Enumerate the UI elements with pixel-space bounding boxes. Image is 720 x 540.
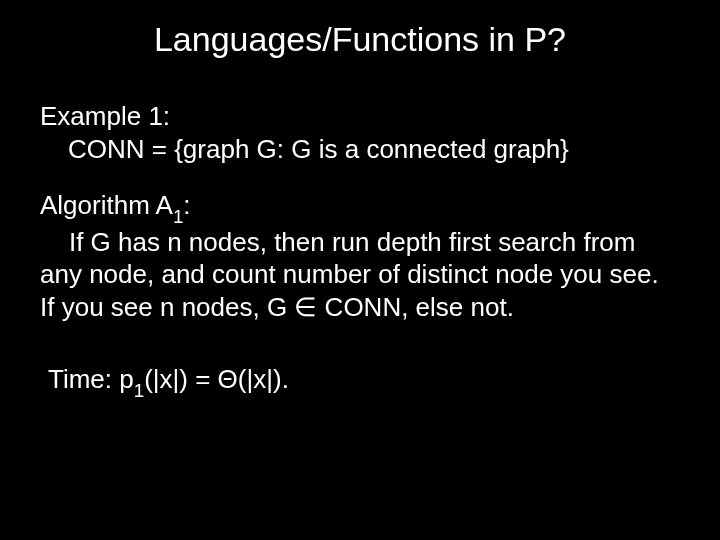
example-definition: CONN = {graph G: G is a connected graph}	[40, 133, 680, 166]
example-block: Example 1: CONN = {graph G: G is a conne…	[40, 100, 680, 165]
slide: Languages/Functions in P? Example 1: CON…	[0, 0, 720, 540]
algorithm-heading-sub: 1	[173, 206, 183, 227]
time-sub: 1	[134, 380, 144, 401]
algorithm-block: Algorithm A1: If G has n nodes, then run…	[40, 189, 680, 323]
element-of-symbol: ∈	[294, 292, 317, 322]
time-mid: (|x|) = Θ(|x|).	[144, 364, 289, 394]
time-block: Time: p1(|x|) = Θ(|x|).	[40, 363, 680, 400]
slide-body: Example 1: CONN = {graph G: G is a conne…	[40, 100, 680, 424]
slide-title: Languages/Functions in P?	[0, 20, 720, 59]
algorithm-heading-post: :	[183, 190, 190, 220]
algorithm-text-part2: CONN, else not.	[317, 292, 514, 322]
algorithm-heading-pre: Algorithm A	[40, 190, 173, 220]
example-heading: Example 1:	[40, 101, 170, 131]
time-pre: Time: p	[48, 364, 134, 394]
algorithm-text: If G has n nodes, then run depth first s…	[40, 227, 659, 322]
